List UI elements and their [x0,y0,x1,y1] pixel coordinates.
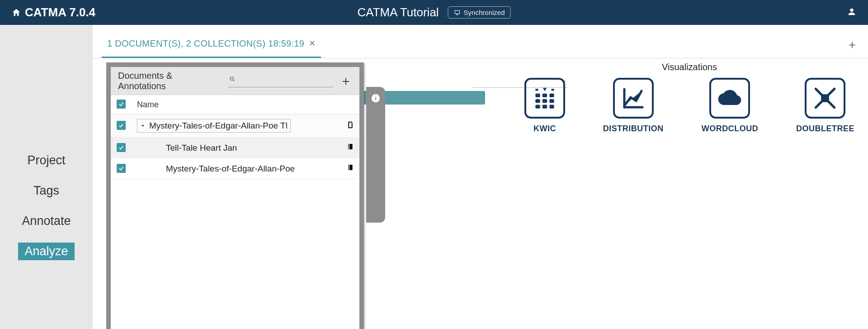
svg-rect-16 [822,95,828,101]
sidebar-item-tags[interactable]: Tags [27,182,66,200]
svg-rect-8 [549,105,554,108]
svg-rect-9 [535,94,540,97]
row-name: Mystery-Tales-of-Edgar-Allan-Poe Tl [149,121,288,131]
wordcloud-icon [716,84,744,112]
distribution-icon [620,85,647,112]
app-title-text: CATMA 7.0.4 [25,5,95,19]
svg-rect-6 [535,105,540,108]
row-checkbox[interactable] [117,164,126,173]
info-tab[interactable] [366,87,385,223]
viz-label: WORDCLOUD [702,124,758,134]
svg-line-20 [828,101,835,107]
doubletree-icon [811,84,839,112]
svg-rect-5 [549,99,554,103]
row-name: Mystery-Tales-of-Edgar-Allan-Poe [137,164,295,174]
monitor-icon [454,10,461,16]
row-name: Tell-Tale Heart Jan [137,143,237,153]
row-checkbox[interactable] [117,143,126,152]
viz-card-kwic[interactable]: KWIC [524,78,565,134]
table-row[interactable]: Mystery-Tales-of-Edgar-Allan-Poe Tl [111,114,359,138]
svg-rect-13 [551,89,554,91]
app-title[interactable]: CATMA 7.0.4 [11,5,95,19]
svg-line-18 [816,101,822,107]
svg-rect-30 [375,97,376,100]
svg-rect-0 [455,10,460,14]
documents-search-input[interactable] [228,74,333,87]
sync-label: Synchronized [464,9,505,16]
svg-line-22 [233,80,235,81]
table-row[interactable]: Tell-Tale Heart Jan [111,138,359,158]
svg-rect-10 [542,94,547,97]
svg-rect-3 [535,99,540,103]
viz-label: KWIC [533,124,556,134]
expand-toggle[interactable] [140,123,146,129]
svg-rect-7 [542,105,547,108]
documents-panel: Documents & Annotations ＋ Name [106,62,364,329]
svg-line-19 [828,89,835,95]
sidebar-item-analyze[interactable]: Analyze [18,243,74,260]
add-document-button[interactable]: ＋ [340,72,352,90]
search-icon [229,76,236,82]
table-row[interactable]: Mystery-Tales-of-Edgar-Allan-Poe [111,158,359,179]
svg-rect-12 [535,89,538,91]
svg-rect-24 [349,122,351,127]
select-all-checkbox[interactable] [117,100,126,109]
svg-point-21 [230,77,233,80]
collection-icon [347,142,354,151]
viz-card-distribution[interactable]: DISTRIBUTION [603,78,664,134]
row-checkbox[interactable] [117,121,126,130]
visualizations-title: Visualizations [524,62,854,72]
home-icon [11,8,21,18]
sidebar-item-project[interactable]: Project [21,152,71,169]
sidebar-item-annotate[interactable]: Annotate [15,212,77,230]
viz-label: DISTRIBUTION [603,124,664,134]
svg-rect-4 [542,99,547,103]
visualizations-section: Visualizations KWIC [524,62,854,134]
tab-label: 1 DOCUMENT(S), 2 COLLECTION(S) 18:59:19 [107,38,304,49]
sidebar: Project Tags Annotate Analyze [0,25,93,329]
top-bar: CATMA 7.0.4 CATMA Tutorial Synchronized [0,0,868,25]
project-title: CATMA Tutorial [357,5,439,19]
documents-panel-title: Documents & Annotations [118,71,218,91]
user-menu[interactable] [847,7,857,19]
viz-card-wordcloud[interactable]: WORDCLOUD [702,78,758,134]
user-icon [847,7,857,17]
svg-line-17 [816,89,822,95]
add-tab-button[interactable]: ＋ [846,36,858,52]
close-icon[interactable]: ✕ [309,38,316,48]
document-icon [347,120,354,129]
svg-rect-11 [549,94,554,97]
viz-label: DOUBLETREE [796,124,854,134]
column-name[interactable]: Name [132,95,341,114]
svg-rect-31 [375,96,376,97]
documents-table: Name Mystery-Tales-of-Edgar-Allan-Poe Tl [111,95,359,179]
info-icon [371,93,381,103]
tab-active[interactable]: 1 DOCUMENT(S), 2 COLLECTION(S) 18:59:19 … [102,30,321,58]
kwic-icon [531,84,559,112]
sync-badge[interactable]: Synchronized [448,6,511,19]
collection-icon [347,163,354,172]
viz-card-doubletree[interactable]: DOUBLETREE [796,78,854,134]
tab-strip: 1 DOCUMENT(S), 2 COLLECTION(S) 18:59:19 … [93,30,868,58]
